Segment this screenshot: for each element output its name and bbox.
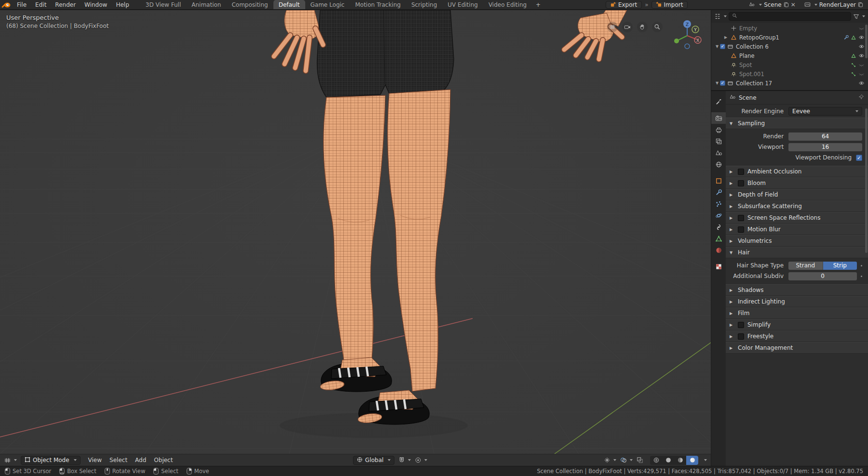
- section-header-depth-of-field[interactable]: ▶Depth of Field: [726, 189, 868, 200]
- workspace-tab-3d-view-full[interactable]: 3D View Full: [140, 0, 187, 9]
- snap-toggle-button[interactable]: [398, 457, 411, 463]
- filter-button[interactable]: [853, 13, 865, 20]
- outliner-row-plane[interactable]: Plane: [711, 51, 868, 60]
- orientation-dropdown[interactable]: Global: [353, 456, 394, 465]
- proportional-editing-button[interactable]: [415, 457, 427, 463]
- properties-tab-world[interactable]: [711, 159, 726, 170]
- mode-dropdown[interactable]: Object Mode: [21, 456, 81, 465]
- render-layer-selector[interactable]: RenderLayer: [804, 1, 863, 8]
- section-checkbox[interactable]: [738, 180, 744, 186]
- shading-rendered-button[interactable]: [686, 456, 698, 465]
- section-checkbox[interactable]: [738, 226, 744, 233]
- export-button[interactable]: Export: [606, 1, 642, 9]
- number-field[interactable]: 64: [788, 132, 862, 141]
- properties-tab-tool[interactable]: [711, 96, 726, 107]
- outliner-search-input[interactable]: [739, 13, 848, 20]
- show-overlays-button[interactable]: [620, 457, 633, 463]
- shading-material-button[interactable]: [674, 456, 686, 465]
- outliner-row-spot[interactable]: Spot: [711, 60, 868, 69]
- section-checkbox[interactable]: [738, 169, 744, 175]
- unlink-scene-icon[interactable]: ✕: [791, 1, 796, 8]
- workspace-tab-animation[interactable]: Animation: [186, 0, 226, 9]
- section-header-sampling[interactable]: ▼Sampling: [726, 118, 868, 129]
- segment-strip[interactable]: Strip: [823, 262, 857, 270]
- shading-wireframe-button[interactable]: [650, 456, 662, 465]
- add-workspace-button[interactable]: +: [532, 1, 544, 8]
- workspace-tab-uv-editing[interactable]: UV Editing: [442, 0, 483, 9]
- section-header-motion-blur[interactable]: ▶Motion Blur: [726, 224, 868, 235]
- render-engine-dropdown[interactable]: Eevee: [788, 107, 862, 116]
- camera-view-button[interactable]: [622, 22, 633, 32]
- section-header-freestyle[interactable]: ▶Freestyle: [726, 331, 868, 342]
- properties-tab-render[interactable]: [711, 112, 726, 124]
- section-header-ambient-occlusion[interactable]: ▶Ambient Occlusion: [726, 166, 868, 177]
- outliner-row-retopogroup1[interactable]: ▶RetopoGroup1: [711, 33, 868, 42]
- section-checkbox[interactable]: [738, 322, 744, 328]
- visibility-eye-icon[interactable]: [856, 53, 866, 59]
- menu-window[interactable]: Window: [80, 0, 111, 9]
- viewport-menu-object[interactable]: Object: [150, 457, 176, 463]
- properties-tab-constraints[interactable]: [711, 221, 726, 233]
- workspace-tab-compositing[interactable]: Compositing: [226, 0, 273, 9]
- new-scene-icon[interactable]: [784, 2, 789, 7]
- properties-tab-output[interactable]: [711, 124, 726, 135]
- section-header-color-management[interactable]: ▶Color Management: [726, 342, 868, 354]
- workspace-tab-game-logic[interactable]: Game Logic: [305, 0, 350, 9]
- editor-type-button[interactable]: [4, 457, 17, 464]
- section-header-bloom[interactable]: ▶Bloom: [726, 177, 868, 189]
- visibility-eye-icon[interactable]: [856, 34, 866, 40]
- workspace-tab-default[interactable]: Default: [273, 0, 305, 9]
- viewport-menu-select[interactable]: Select: [106, 457, 131, 463]
- collection-checkbox[interactable]: ✓: [720, 80, 725, 86]
- section-header-subsurface-scattering[interactable]: ▶Subsurface Scattering: [726, 200, 868, 212]
- show-gizmo-button[interactable]: [604, 457, 616, 463]
- section-header-volumetrics[interactable]: ▶Volumetrics: [726, 235, 868, 247]
- collection-checkbox[interactable]: ✓: [720, 44, 725, 49]
- outliner-row-empty[interactable]: Empty: [711, 24, 868, 33]
- section-header-indirect-lighting[interactable]: ▶Indirect Lighting: [726, 296, 868, 307]
- visibility-eye-icon[interactable]: [856, 80, 866, 86]
- properties-tab-physics[interactable]: [711, 210, 726, 221]
- workspace-tab-video-editing[interactable]: Video Editing: [483, 0, 532, 9]
- properties-tab-material[interactable]: [711, 244, 726, 256]
- shorts-mesh[interactable]: [317, 10, 454, 97]
- section-header-screen-space-reflections[interactable]: ▶Screen Space Reflections: [726, 212, 868, 224]
- scene-selector[interactable]: Scene ✕: [749, 1, 796, 8]
- scene-browse-icon[interactable]: [749, 1, 755, 8]
- properties-tab-particles[interactable]: [711, 198, 726, 210]
- menu-help[interactable]: Help: [111, 0, 133, 9]
- section-checkbox[interactable]: [738, 333, 744, 340]
- expander-icon[interactable]: ▶: [723, 35, 729, 40]
- shading-solid-button[interactable]: [662, 456, 674, 465]
- outliner-row-spot-001[interactable]: Spot.001: [711, 69, 868, 79]
- outliner-editor-type-button[interactable]: [714, 13, 727, 20]
- section-header-simplify[interactable]: ▶Simplify: [726, 319, 868, 331]
- new-render-layer-icon[interactable]: [858, 2, 863, 7]
- xray-toggle-button[interactable]: [637, 457, 643, 463]
- viewport-3d[interactable]: User Perspective (68) Scene Collection |…: [0, 10, 711, 466]
- menu-file[interactable]: File: [13, 0, 31, 9]
- number-field[interactable]: 0: [788, 272, 857, 280]
- properties-tab-view-layer[interactable]: [711, 135, 726, 147]
- viewport-menu-add[interactable]: Add: [131, 457, 150, 463]
- menu-render[interactable]: Render: [51, 0, 80, 9]
- section-header-hair[interactable]: ▼Hair: [726, 247, 868, 258]
- viewport-menu-view[interactable]: View: [84, 457, 106, 463]
- segment-strand[interactable]: Strand: [788, 262, 823, 270]
- pin-icon[interactable]: [858, 94, 864, 101]
- outliner-scrollbar[interactable]: [865, 25, 868, 58]
- section-header-film[interactable]: ▶Film: [726, 307, 868, 319]
- navigation-gizmo[interactable]: Z Y X: [672, 19, 703, 51]
- viewport-scene[interactable]: [0, 10, 711, 454]
- section-header-shadows[interactable]: ▶Shadows: [726, 284, 868, 296]
- properties-tab-texture[interactable]: [711, 261, 726, 272]
- outliner-row-collection-17[interactable]: ▼✓Collection 17: [711, 79, 868, 88]
- toggle-projection-button[interactable]: [607, 22, 618, 32]
- pan-view-button[interactable]: [637, 22, 648, 32]
- properties-tab-object-data[interactable]: [711, 233, 726, 244]
- visibility-eye-icon[interactable]: [856, 62, 866, 68]
- expander-icon[interactable]: ▼: [714, 44, 720, 49]
- outliner-search-box[interactable]: [729, 12, 851, 21]
- visibility-eye-icon[interactable]: [856, 71, 866, 77]
- section-checkbox[interactable]: [738, 215, 744, 221]
